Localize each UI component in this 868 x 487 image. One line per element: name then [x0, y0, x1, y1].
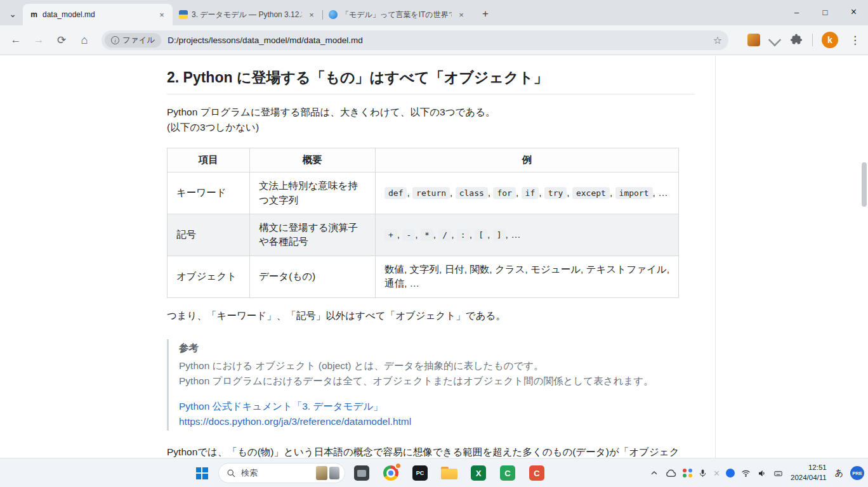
browser-menu-button[interactable]: ⋮ — [847, 34, 863, 47]
keyboard-icon — [773, 469, 784, 478]
scrollbar-track[interactable] — [860, 56, 868, 458]
code-chip: return — [412, 187, 450, 199]
cell-item: キーワード — [168, 172, 250, 214]
cell-summary: 文法上特別な意味を持つ文字列 — [250, 172, 376, 214]
python-docs-url-link[interactable]: https://docs.python.org/ja/3/reference/d… — [179, 414, 695, 429]
ime-indicator[interactable]: あ — [834, 467, 845, 479]
tray-overflow-button[interactable] — [649, 468, 659, 478]
taskbar-app-green-c[interactable]: C — [495, 460, 520, 486]
cell-summary: 構文に登場する演算子や各種記号 — [250, 214, 376, 256]
tab-python-docs[interactable]: 3. データモデル — Python 3.12.3 ド × — [173, 4, 322, 25]
reference-line-2: Python プログラムにおけるデータは全て、オブジェクトまたはオブジェクト間の… — [179, 373, 695, 389]
reference-title: 参考 — [179, 341, 695, 356]
pycharm-icon: PC — [412, 465, 428, 481]
minimize-icon: – — [794, 8, 799, 17]
markdown-body: 2. Python に登場する「もの」はすべて「オブジェクト」 Python プ… — [167, 56, 695, 458]
tab-search-button[interactable]: ⌄ — [5, 6, 20, 22]
conclusion-paragraph: つまり、「キーワード」、「記号」以外はすべて「オブジェクト」である。 — [167, 308, 695, 323]
code-chip: [ — [475, 229, 487, 241]
tab-data-model-md[interactable]: m data_model.md × — [23, 4, 173, 25]
clock-date: 2024/04/11 — [791, 473, 827, 483]
windows-logo-icon — [196, 467, 208, 479]
table-row-object: オブジェクト データ(もの) 数値, 文字列, 日付, 関数, クラス, モジュ… — [168, 256, 679, 297]
pre-badge[interactable]: PRE — [850, 466, 864, 480]
globe-icon — [329, 10, 338, 19]
scrollbar-thumb[interactable] — [862, 162, 867, 207]
wifi-icon — [740, 469, 751, 478]
new-tab-button[interactable]: + — [477, 6, 494, 22]
taskbar-app-dark[interactable] — [349, 460, 374, 486]
cell-example-codes: def, return, class, for, if, try, except… — [376, 172, 679, 214]
toolbar-right-icons: k ⋮ — [747, 30, 863, 49]
chevron-up-icon — [649, 468, 659, 478]
window-controls: – □ × — [782, 0, 868, 24]
home-icon: ⌂ — [81, 34, 88, 47]
search-label: 検索 — [241, 467, 311, 479]
red-c-app-icon: C — [529, 465, 544, 481]
extension-icon-orange[interactable] — [747, 34, 760, 46]
tray-disconnected[interactable]: ✕ — [713, 469, 720, 478]
taskbar-pycharm[interactable]: PC — [407, 460, 433, 486]
code-chip: / — [438, 229, 451, 241]
search-highlight-icon — [316, 466, 339, 480]
intro-line-2: (以下の3つしかない) — [167, 120, 695, 135]
cloud-icon — [665, 467, 677, 479]
markdown-icon: m — [29, 10, 39, 20]
onedrive-icon[interactable] — [665, 467, 677, 479]
site-info-chip[interactable]: i ファイル — [105, 33, 161, 48]
maximize-button[interactable]: □ — [811, 0, 839, 24]
tab-separator — [322, 10, 323, 20]
maximize-icon: □ — [823, 8, 828, 17]
image-app-icon — [354, 465, 369, 481]
start-button[interactable] — [189, 460, 214, 486]
minimize-button[interactable]: – — [782, 0, 811, 24]
back-button[interactable]: ← — [6, 30, 25, 49]
taskbar-search-box[interactable]: 検索 — [218, 463, 345, 483]
cell-item: オブジェクト — [168, 256, 250, 297]
address-bar[interactable]: i ファイル D:/projects/lessons/data_model/md… — [102, 30, 728, 50]
home-button[interactable]: ⌂ — [75, 30, 94, 49]
taskbar-app-red-c[interactable]: C — [524, 460, 549, 486]
tray-blue-app[interactable] — [726, 469, 735, 477]
url-text: D:/projects/lessons/data_model/md/data_m… — [168, 36, 709, 45]
tab-title: 3. データモデル — Python 3.12.3 ド — [192, 10, 302, 20]
microphone-icon — [698, 468, 707, 479]
taskbar-file-explorer[interactable] — [437, 460, 462, 486]
python-docs-link[interactable]: Python 公式ドキュメント「3. データモデル」 — [179, 399, 695, 414]
reference-links: Python 公式ドキュメント「3. データモデル」 https://docs.… — [179, 399, 695, 429]
bookmark-star-icon[interactable]: ☆ — [709, 32, 726, 49]
touch-keyboard-tray[interactable] — [773, 469, 784, 478]
wifi-tray[interactable] — [740, 469, 751, 478]
site-info-label: ファイル — [122, 35, 155, 46]
reference-blockquote: 参考 Python における オブジェクト (object) とは、データを抽象… — [167, 339, 695, 431]
code-chip: * — [421, 229, 433, 241]
taskbar-excel[interactable]: X — [466, 460, 491, 486]
star-icon: ☆ — [713, 34, 722, 46]
table-row-keyword: キーワード 文法上特別な意味を持つ文字列 def, return, class,… — [168, 172, 679, 214]
close-icon[interactable]: × — [156, 9, 168, 20]
tab-model-article[interactable]: 「モデル」って言葉をITの世界でよく聞 × — [322, 4, 472, 25]
plus-icon: + — [482, 8, 489, 20]
table-row-symbol: 記号 構文に登場する演算子や各種記号 +, -, *, /, :, [, ], … — [168, 214, 679, 256]
close-icon[interactable]: × — [456, 9, 467, 20]
microphone-tray[interactable] — [698, 468, 707, 479]
code-chip: try — [544, 187, 567, 199]
system-tray: ✕ 12:51 2024/04/11 あ PRE — [649, 458, 864, 487]
reload-button[interactable]: ⟳ — [52, 30, 71, 49]
tray-grid-app[interactable] — [683, 469, 692, 478]
reload-icon: ⟳ — [57, 34, 66, 47]
taskbar-clock[interactable]: 12:51 2024/04/11 — [789, 463, 828, 483]
code-chip: class — [456, 187, 488, 199]
close-icon[interactable]: × — [306, 9, 317, 20]
intro-line-1: Python プログラムに登場する部品は、大きくわけて、以下の3つである。 — [167, 105, 695, 120]
code-chip: import — [615, 187, 653, 199]
forward-icon: → — [34, 34, 44, 46]
cell-example-codes: +, -, *, /, :, [, ], … — [376, 214, 679, 256]
profile-avatar[interactable]: k — [822, 32, 838, 48]
close-window-button[interactable]: × — [839, 0, 868, 24]
extension-icon-gray[interactable] — [768, 34, 781, 46]
extensions-puzzle-icon[interactable] — [789, 33, 803, 47]
taskbar-chrome[interactable] — [378, 460, 404, 486]
volume-tray[interactable] — [757, 469, 767, 478]
forward-button[interactable]: → — [29, 30, 48, 49]
